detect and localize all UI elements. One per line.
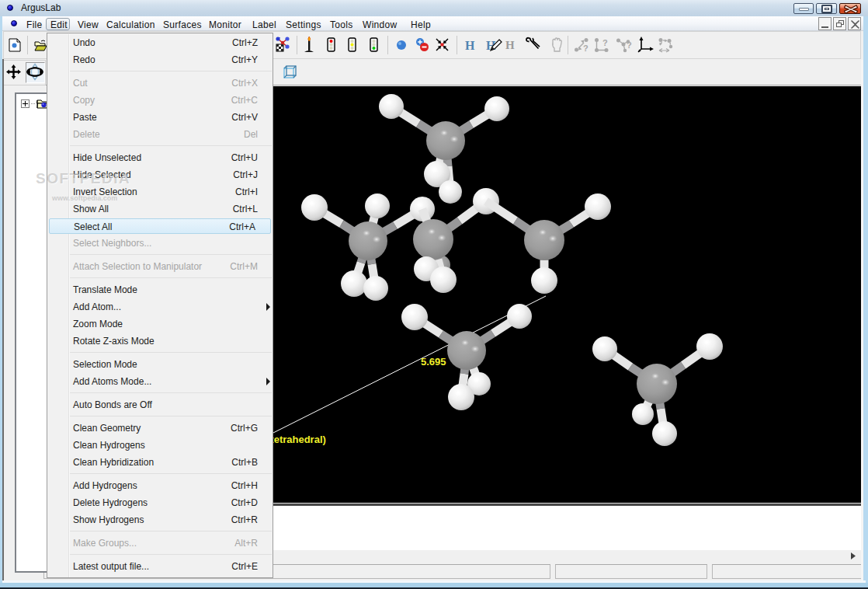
svg-text:5.695: 5.695 — [421, 356, 446, 368]
svg-text:H: H — [505, 39, 515, 51]
svg-text:H: H — [465, 39, 475, 52]
svg-text:?: ? — [602, 38, 608, 47]
svg-text:?: ? — [583, 44, 589, 53]
svg-text:?: ? — [627, 40, 632, 50]
svg-text:(tetrahedral): (tetrahedral) — [267, 434, 326, 445]
